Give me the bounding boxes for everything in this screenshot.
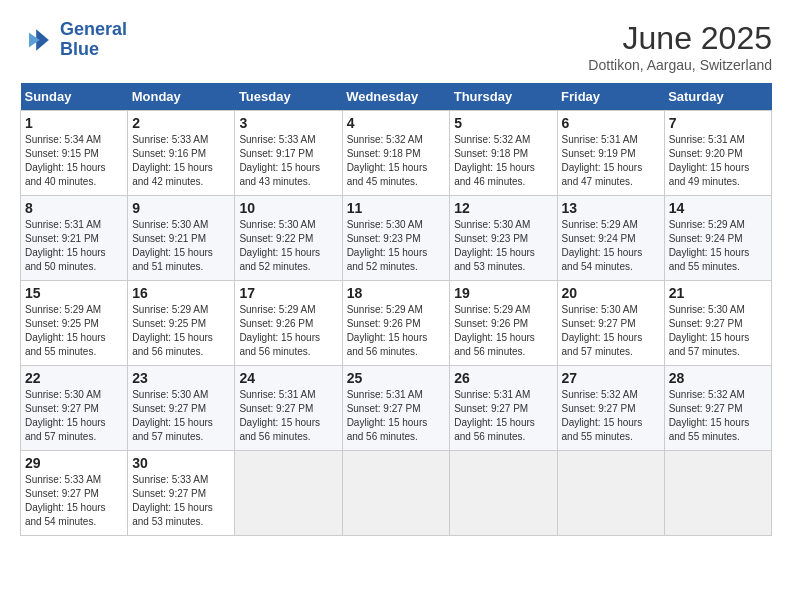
day-number: 7 (669, 115, 767, 131)
calendar-cell: 10 Sunrise: 5:30 AMSunset: 9:22 PMDaylig… (235, 196, 342, 281)
day-info: Sunrise: 5:33 AMSunset: 9:17 PMDaylight:… (239, 134, 320, 187)
calendar-cell: 24 Sunrise: 5:31 AMSunset: 9:27 PMDaylig… (235, 366, 342, 451)
calendar-cell: 3 Sunrise: 5:33 AMSunset: 9:17 PMDayligh… (235, 111, 342, 196)
day-number: 19 (454, 285, 552, 301)
day-info: Sunrise: 5:30 AMSunset: 9:27 PMDaylight:… (25, 389, 106, 442)
location: Dottikon, Aargau, Switzerland (588, 57, 772, 73)
calendar-cell: 21 Sunrise: 5:30 AMSunset: 9:27 PMDaylig… (664, 281, 771, 366)
calendar-week-row: 8 Sunrise: 5:31 AMSunset: 9:21 PMDayligh… (21, 196, 772, 281)
calendar-cell: 23 Sunrise: 5:30 AMSunset: 9:27 PMDaylig… (128, 366, 235, 451)
day-number: 11 (347, 200, 446, 216)
day-number: 21 (669, 285, 767, 301)
title-block: June 2025 Dottikon, Aargau, Switzerland (588, 20, 772, 73)
day-number: 9 (132, 200, 230, 216)
day-info: Sunrise: 5:32 AMSunset: 9:27 PMDaylight:… (562, 389, 643, 442)
day-number: 23 (132, 370, 230, 386)
day-info: Sunrise: 5:29 AMSunset: 9:24 PMDaylight:… (562, 219, 643, 272)
calendar-cell: 27 Sunrise: 5:32 AMSunset: 9:27 PMDaylig… (557, 366, 664, 451)
logo-text: General Blue (60, 20, 127, 60)
day-info: Sunrise: 5:30 AMSunset: 9:23 PMDaylight:… (347, 219, 428, 272)
day-number: 26 (454, 370, 552, 386)
day-info: Sunrise: 5:32 AMSunset: 9:27 PMDaylight:… (669, 389, 750, 442)
day-info: Sunrise: 5:31 AMSunset: 9:19 PMDaylight:… (562, 134, 643, 187)
header-saturday: Saturday (664, 83, 771, 111)
calendar-cell: 17 Sunrise: 5:29 AMSunset: 9:26 PMDaylig… (235, 281, 342, 366)
day-number: 4 (347, 115, 446, 131)
day-number: 28 (669, 370, 767, 386)
logo: General Blue (20, 20, 127, 60)
calendar-cell: 4 Sunrise: 5:32 AMSunset: 9:18 PMDayligh… (342, 111, 450, 196)
calendar-cell: 25 Sunrise: 5:31 AMSunset: 9:27 PMDaylig… (342, 366, 450, 451)
day-info: Sunrise: 5:30 AMSunset: 9:23 PMDaylight:… (454, 219, 535, 272)
calendar-cell: 11 Sunrise: 5:30 AMSunset: 9:23 PMDaylig… (342, 196, 450, 281)
day-number: 1 (25, 115, 123, 131)
calendar-cell: 18 Sunrise: 5:29 AMSunset: 9:26 PMDaylig… (342, 281, 450, 366)
day-info: Sunrise: 5:31 AMSunset: 9:20 PMDaylight:… (669, 134, 750, 187)
day-info: Sunrise: 5:33 AMSunset: 9:16 PMDaylight:… (132, 134, 213, 187)
calendar-cell: 2 Sunrise: 5:33 AMSunset: 9:16 PMDayligh… (128, 111, 235, 196)
day-info: Sunrise: 5:30 AMSunset: 9:21 PMDaylight:… (132, 219, 213, 272)
calendar-cell: 9 Sunrise: 5:30 AMSunset: 9:21 PMDayligh… (128, 196, 235, 281)
calendar-table: Sunday Monday Tuesday Wednesday Thursday… (20, 83, 772, 536)
calendar-week-row: 22 Sunrise: 5:30 AMSunset: 9:27 PMDaylig… (21, 366, 772, 451)
calendar-cell: 12 Sunrise: 5:30 AMSunset: 9:23 PMDaylig… (450, 196, 557, 281)
calendar-week-row: 29 Sunrise: 5:33 AMSunset: 9:27 PMDaylig… (21, 451, 772, 536)
day-number: 15 (25, 285, 123, 301)
calendar-cell: 7 Sunrise: 5:31 AMSunset: 9:20 PMDayligh… (664, 111, 771, 196)
calendar-cell: 20 Sunrise: 5:30 AMSunset: 9:27 PMDaylig… (557, 281, 664, 366)
day-info: Sunrise: 5:32 AMSunset: 9:18 PMDaylight:… (347, 134, 428, 187)
calendar-cell: 19 Sunrise: 5:29 AMSunset: 9:26 PMDaylig… (450, 281, 557, 366)
day-info: Sunrise: 5:31 AMSunset: 9:27 PMDaylight:… (454, 389, 535, 442)
day-number: 2 (132, 115, 230, 131)
calendar-cell: 22 Sunrise: 5:30 AMSunset: 9:27 PMDaylig… (21, 366, 128, 451)
calendar-cell (342, 451, 450, 536)
day-info: Sunrise: 5:34 AMSunset: 9:15 PMDaylight:… (25, 134, 106, 187)
calendar-cell: 16 Sunrise: 5:29 AMSunset: 9:25 PMDaylig… (128, 281, 235, 366)
day-info: Sunrise: 5:30 AMSunset: 9:22 PMDaylight:… (239, 219, 320, 272)
calendar-cell: 30 Sunrise: 5:33 AMSunset: 9:27 PMDaylig… (128, 451, 235, 536)
day-number: 17 (239, 285, 337, 301)
header-sunday: Sunday (21, 83, 128, 111)
day-info: Sunrise: 5:30 AMSunset: 9:27 PMDaylight:… (562, 304, 643, 357)
header-tuesday: Tuesday (235, 83, 342, 111)
calendar-cell: 8 Sunrise: 5:31 AMSunset: 9:21 PMDayligh… (21, 196, 128, 281)
calendar-cell (235, 451, 342, 536)
day-info: Sunrise: 5:30 AMSunset: 9:27 PMDaylight:… (669, 304, 750, 357)
header-wednesday: Wednesday (342, 83, 450, 111)
header-thursday: Thursday (450, 83, 557, 111)
calendar-cell: 26 Sunrise: 5:31 AMSunset: 9:27 PMDaylig… (450, 366, 557, 451)
weekday-header-row: Sunday Monday Tuesday Wednesday Thursday… (21, 83, 772, 111)
day-number: 3 (239, 115, 337, 131)
calendar-cell: 5 Sunrise: 5:32 AMSunset: 9:18 PMDayligh… (450, 111, 557, 196)
calendar-week-row: 15 Sunrise: 5:29 AMSunset: 9:25 PMDaylig… (21, 281, 772, 366)
day-number: 25 (347, 370, 446, 386)
calendar-cell: 13 Sunrise: 5:29 AMSunset: 9:24 PMDaylig… (557, 196, 664, 281)
calendar-cell (557, 451, 664, 536)
day-info: Sunrise: 5:29 AMSunset: 9:26 PMDaylight:… (239, 304, 320, 357)
day-number: 18 (347, 285, 446, 301)
calendar-cell: 1 Sunrise: 5:34 AMSunset: 9:15 PMDayligh… (21, 111, 128, 196)
day-info: Sunrise: 5:31 AMSunset: 9:21 PMDaylight:… (25, 219, 106, 272)
day-number: 27 (562, 370, 660, 386)
day-number: 24 (239, 370, 337, 386)
calendar-cell: 15 Sunrise: 5:29 AMSunset: 9:25 PMDaylig… (21, 281, 128, 366)
day-info: Sunrise: 5:31 AMSunset: 9:27 PMDaylight:… (347, 389, 428, 442)
day-info: Sunrise: 5:29 AMSunset: 9:26 PMDaylight:… (454, 304, 535, 357)
month-title: June 2025 (588, 20, 772, 57)
calendar-cell (664, 451, 771, 536)
day-number: 5 (454, 115, 552, 131)
day-number: 16 (132, 285, 230, 301)
day-number: 14 (669, 200, 767, 216)
page-header: General Blue June 2025 Dottikon, Aargau,… (20, 20, 772, 73)
header-monday: Monday (128, 83, 235, 111)
day-number: 22 (25, 370, 123, 386)
day-info: Sunrise: 5:29 AMSunset: 9:26 PMDaylight:… (347, 304, 428, 357)
day-info: Sunrise: 5:29 AMSunset: 9:25 PMDaylight:… (132, 304, 213, 357)
day-info: Sunrise: 5:30 AMSunset: 9:27 PMDaylight:… (132, 389, 213, 442)
day-info: Sunrise: 5:29 AMSunset: 9:24 PMDaylight:… (669, 219, 750, 272)
day-number: 12 (454, 200, 552, 216)
day-number: 10 (239, 200, 337, 216)
day-info: Sunrise: 5:32 AMSunset: 9:18 PMDaylight:… (454, 134, 535, 187)
calendar-cell (450, 451, 557, 536)
header-friday: Friday (557, 83, 664, 111)
